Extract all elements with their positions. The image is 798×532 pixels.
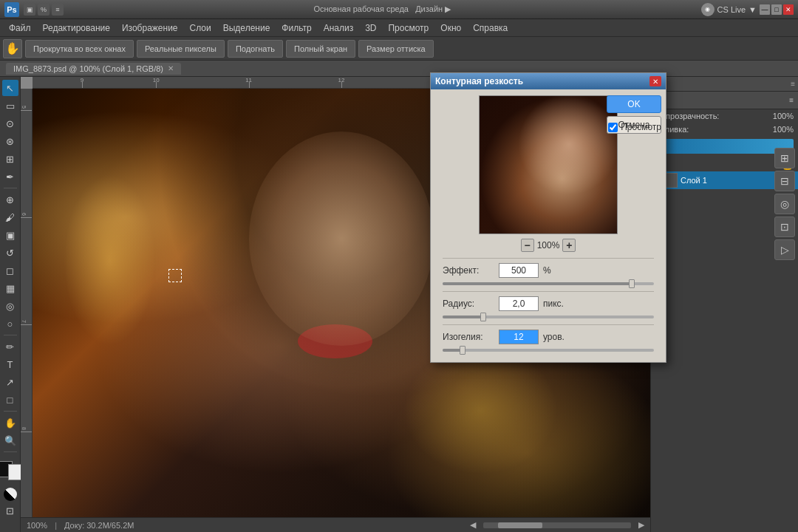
scroll-arrow-right[interactable]: ▶ [638, 520, 644, 530]
blur-tool[interactable]: ◎ [2, 298, 18, 314]
ruler-v-num-3: 7 [21, 320, 27, 323]
full-screen-btn[interactable]: Полный экран [286, 40, 355, 58]
panel-menu-btn[interactable]: ≡ [789, 96, 794, 104]
move-tool[interactable]: ↖ [2, 80, 18, 96]
menu-select[interactable]: Выделение [217, 21, 276, 35]
layers-icon[interactable]: ⊞ [774, 148, 795, 168]
preview-checkbox[interactable] [608, 123, 618, 132]
document-tab[interactable]: IMG_8873.psd @ 100% (Слой 1, RGB/8) ✕ [6, 63, 181, 75]
main-area: ↖ ▭ ⊙ ⊛ ⊞ ✒ ⊕ 🖌 ▣ ↺ ◻ ▦ ◎ ○ ✏ T ↗ □ ✋ 🔍 … [0, 77, 798, 532]
minimize-button[interactable]: — [760, 4, 770, 15]
threshold-slider-thumb[interactable] [460, 346, 466, 355]
quick-mask-btn[interactable] [4, 488, 17, 501]
print-size-btn[interactable]: Размер оттиска [358, 40, 434, 58]
ruler-h-tick-1 [21, 110, 32, 111]
panel-collapse-btn[interactable]: ≡ [791, 80, 795, 88]
shape-tool[interactable]: □ [2, 392, 18, 408]
menu-image[interactable]: Изображение [116, 21, 184, 35]
path-select-tool[interactable]: ↗ [2, 374, 18, 390]
zoom-display: 100% [27, 521, 47, 530]
document-tab-bar: IMG_8873.psd @ 100% (Слой 1, RGB/8) ✕ [0, 61, 798, 77]
eraser-tool[interactable]: ◻ [2, 262, 18, 279]
menu-help[interactable]: Справка [467, 21, 514, 35]
radius-unit: пикс. [543, 299, 564, 309]
lasso-tool[interactable]: ⊙ [2, 115, 18, 132]
quick-select-tool[interactable]: ⊛ [2, 133, 18, 149]
actual-pixels-btn[interactable]: Реальные пикселы [137, 40, 225, 58]
radius-slider-thumb[interactable] [480, 313, 486, 321]
history-icon[interactable]: ⊡ [774, 216, 795, 237]
radius-input[interactable] [499, 296, 539, 311]
tool-icon-2: % [38, 4, 50, 16]
zoom-out-button[interactable]: − [521, 239, 534, 252]
dodge-tool[interactable]: ○ [2, 316, 18, 332]
preview-image-area[interactable] [479, 95, 618, 234]
preview-image [480, 96, 617, 233]
marquee-tool[interactable]: ▭ [2, 98, 18, 114]
panel-top-bar: ≡ [651, 77, 798, 92]
ruler-tick-2 [156, 82, 157, 88]
ruler-h-tick-3 [21, 324, 32, 325]
tool-icon-3: ≡ [52, 4, 64, 16]
crop-tool[interactable]: ⊞ [2, 151, 18, 167]
eyedropper-tool[interactable]: ✒ [2, 168, 18, 185]
window-controls[interactable]: — □ ✕ [760, 4, 794, 15]
scroll-arrow[interactable]: ◀ [470, 520, 476, 530]
document-tab-close[interactable]: ✕ [168, 64, 174, 72]
opacity-row: Непрозрачность: 100% [651, 109, 798, 123]
fit-screen-btn[interactable]: Подогнать [228, 40, 283, 58]
close-button[interactable]: ✕ [783, 4, 794, 15]
panel-tool-icons: ⊞ ⊟ ◎ ⊡ ▷ [774, 148, 795, 260]
tool-icon-1: ▣ [24, 4, 35, 16]
dialog-close-button[interactable]: ✕ [649, 76, 661, 86]
spot-heal-tool[interactable]: ⊕ [2, 191, 18, 208]
menu-3d[interactable]: 3D [359, 21, 382, 35]
threshold-input[interactable] [499, 330, 539, 344]
paths-icon[interactable]: ◎ [774, 194, 795, 214]
menu-window[interactable]: Окно [434, 21, 467, 35]
menu-analysis[interactable]: Анализ [318, 21, 360, 35]
pen-tool[interactable]: ✏ [2, 338, 18, 355]
history-tool[interactable]: ↺ [2, 245, 18, 261]
zoom-tool[interactable]: 🔍 [2, 432, 18, 449]
radius-slider-fill [443, 316, 485, 318]
document-tab-title: IMG_8873.psd @ 100% (Слой 1, RGB/8) [13, 64, 163, 73]
ok-button[interactable]: OK [607, 95, 661, 113]
radius-slider-track[interactable] [443, 316, 654, 318]
menu-edit[interactable]: Редактирование [37, 21, 116, 35]
scroll-all-windows-btn[interactable]: Прокрутка во всех окнах [25, 40, 134, 58]
scroll-bar[interactable] [483, 522, 631, 528]
screen-mode-btn[interactable]: ⊡ [2, 502, 18, 519]
menu-file[interactable]: Файл [3, 21, 37, 35]
title-left: Ps ▣ % ≡ [4, 2, 64, 17]
zoom-in-button[interactable]: + [562, 239, 576, 252]
tool-divider-2 [4, 335, 17, 335]
effect-slider-track[interactable] [443, 282, 654, 285]
doc-size: Доку: 30.2M/65.2M [64, 521, 134, 530]
hand-tool[interactable]: ✋ [2, 415, 18, 431]
ps-logo: Ps [4, 2, 19, 17]
preview-label: Просмотр [621, 122, 661, 132]
threshold-slider-track[interactable] [443, 349, 654, 352]
brush-tool[interactable]: 🖌 [2, 209, 18, 225]
preview-checkbox-row: Просмотр [608, 122, 661, 132]
actions-icon[interactable]: ▷ [774, 239, 795, 260]
menu-view[interactable]: Просмотр [382, 21, 434, 35]
maximize-button[interactable]: □ [771, 4, 782, 15]
effect-slider-thumb[interactable] [629, 279, 635, 288]
threshold-slider-row [437, 349, 660, 356]
effect-slider-fill [443, 282, 632, 285]
jewelry-glow [403, 346, 558, 474]
stamp-tool[interactable]: ▣ [2, 227, 18, 243]
menu-filter[interactable]: Фильтр [276, 21, 317, 35]
effect-input[interactable] [499, 263, 539, 278]
layer-name: Слой 1 [681, 176, 707, 185]
unsharp-mask-dialog: Контурная резкость ✕ OK Отмена Просмотр … [430, 72, 666, 363]
gradient-tool[interactable]: ▦ [2, 280, 18, 296]
ruler-h-tick-4 [21, 432, 32, 432]
hand-tool-icon[interactable]: ✋ [3, 39, 22, 58]
type-tool[interactable]: T [2, 356, 18, 372]
threshold-label: Изогелия: [443, 332, 494, 342]
menu-layers[interactable]: Слои [184, 21, 217, 35]
channels-icon[interactable]: ⊟ [774, 171, 795, 191]
